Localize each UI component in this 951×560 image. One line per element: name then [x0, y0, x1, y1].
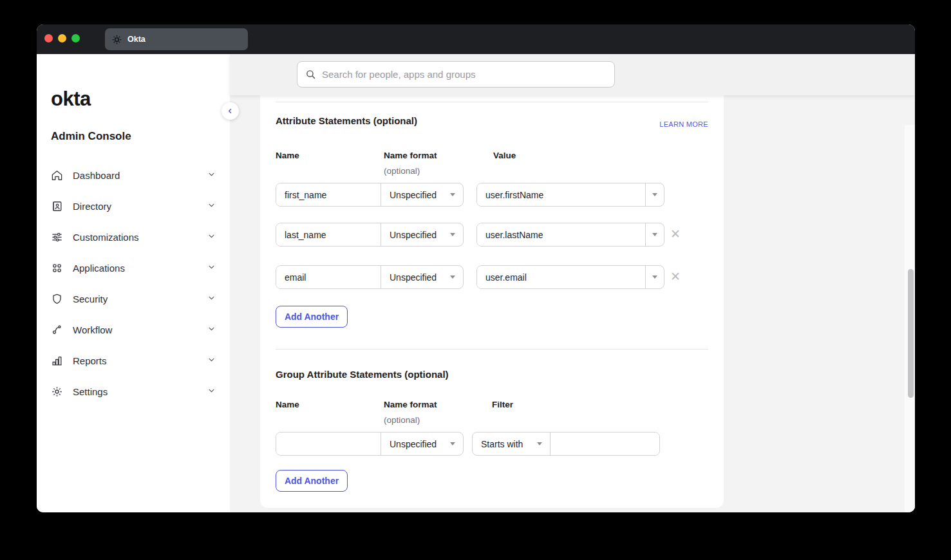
browser-titlebar: Okta: [37, 24, 915, 54]
browser-window: Okta okta Admin Console Dashboard Direct…: [37, 24, 915, 512]
filter-type-value: Starts with: [481, 439, 523, 449]
global-search: [297, 61, 615, 88]
value-expression-dropdown[interactable]: [645, 183, 664, 206]
remove-row-button[interactable]: ✕: [668, 270, 683, 284]
directory-icon: [51, 200, 63, 212]
name-format-value: Unspecified: [390, 439, 437, 449]
value-group: [476, 265, 664, 289]
name-format-value: Unspecified: [390, 190, 437, 200]
column-header-name: Name: [276, 151, 299, 160]
sidebar-item-label: Settings: [73, 386, 207, 397]
attribute-name-input[interactable]: [276, 183, 381, 206]
sidebar-item-reports[interactable]: Reports: [37, 345, 230, 376]
gear-icon: [51, 386, 63, 398]
attribute-statements-title: Attribute Statements (optional): [276, 115, 417, 126]
home-icon: [51, 169, 63, 182]
dropdown-arrow-icon: [450, 275, 455, 279]
name-format-select[interactable]: Unspecified: [381, 266, 463, 288]
value-expression-dropdown[interactable]: [645, 223, 664, 246]
name-and-format-group: Unspecified: [276, 223, 464, 247]
sidebar-item-label: Workflow: [73, 324, 207, 335]
sidebar-item-label: Dashboard: [73, 170, 207, 181]
sidebar-item-applications[interactable]: Applications: [37, 252, 230, 283]
sliders-icon: [51, 231, 63, 243]
name-format-select[interactable]: Unspecified: [381, 433, 463, 455]
attribute-value-input[interactable]: [477, 223, 645, 246]
filter-group: Starts with: [472, 432, 660, 456]
name-format-value: Unspecified: [390, 230, 437, 240]
shield-icon: [51, 293, 63, 305]
sidebar-item-directory[interactable]: Directory: [37, 191, 230, 221]
sidebar-item-settings[interactable]: Settings: [37, 376, 230, 407]
name-and-format-group: Unspecified: [276, 432, 464, 456]
search-icon: [305, 69, 316, 80]
dropdown-arrow-icon: [450, 442, 455, 445]
close-window-button[interactable]: [44, 34, 53, 42]
name-format-select[interactable]: Unspecified: [381, 223, 463, 246]
section-divider: [276, 349, 708, 350]
filter-type-select[interactable]: Starts with: [473, 433, 550, 455]
okta-favicon-sunburst-icon: [112, 35, 122, 44]
name-format-select[interactable]: Unspecified: [381, 183, 463, 206]
remove-row-button[interactable]: ✕: [668, 227, 683, 241]
learn-more-link[interactable]: LEARN MORE: [659, 120, 708, 128]
attribute-value-input[interactable]: [477, 183, 645, 206]
sidebar-item-label: Directory: [73, 201, 207, 212]
column-note-optional: (optional): [384, 415, 420, 425]
attribute-value-input[interactable]: [477, 266, 645, 288]
value-group: [476, 223, 664, 247]
sidebar-item-dashboard[interactable]: Dashboard: [37, 160, 230, 191]
settings-card: Attribute Statements (optional) LEARN MO…: [260, 95, 724, 508]
chevron-down-icon: [207, 200, 216, 212]
dropdown-arrow-icon: [450, 233, 455, 236]
top-header-bar: [230, 54, 915, 95]
filter-value-input[interactable]: [550, 433, 659, 455]
browser-tab-okta[interactable]: Okta: [105, 28, 248, 50]
scrollbar-thumb[interactable]: [908, 269, 914, 398]
chevron-down-icon: [207, 293, 216, 304]
name-and-format-group: Unspecified: [276, 265, 464, 289]
chevron-down-icon: [207, 169, 216, 181]
value-group: [476, 183, 664, 207]
workflow-icon: [51, 324, 63, 336]
sidebar-item-customizations[interactable]: Customizations: [37, 221, 230, 252]
sidebar-item-label: Customizations: [73, 232, 207, 243]
group-name-input[interactable]: [276, 433, 381, 455]
chevron-down-icon: [207, 262, 216, 274]
sidebar-collapse-button[interactable]: [221, 102, 239, 120]
name-and-format-group: Unspecified: [276, 183, 464, 207]
sidebar-item-security[interactable]: Security: [37, 283, 230, 314]
maximize-window-button[interactable]: [71, 34, 80, 42]
dropdown-arrow-icon: [652, 275, 657, 279]
chevron-down-icon: [207, 231, 216, 243]
sidebar-item-workflow[interactable]: Workflow: [37, 314, 230, 345]
chevron-down-icon: [207, 355, 216, 366]
dropdown-arrow-icon: [450, 193, 455, 196]
column-header-filter: Filter: [492, 400, 513, 409]
name-format-value: Unspecified: [390, 272, 437, 283]
attribute-name-input[interactable]: [276, 223, 381, 246]
group-attribute-statements-title: Group Attribute Statements (optional): [276, 369, 449, 380]
sidebar-item-label: Reports: [73, 355, 207, 366]
minimize-window-button[interactable]: [58, 34, 66, 42]
search-input[interactable]: [322, 69, 607, 80]
admin-console-title: Admin Console: [51, 130, 131, 143]
section-divider: [276, 102, 708, 102]
apps-grid-icon: [51, 262, 63, 274]
sidebar: okta Admin Console Dashboard Directory: [37, 54, 230, 512]
attribute-name-input[interactable]: [276, 266, 381, 288]
add-another-attribute-button[interactable]: Add Another: [276, 306, 348, 328]
tab-title: Okta: [127, 35, 146, 44]
dropdown-arrow-icon: [537, 442, 542, 445]
add-another-group-attribute-button[interactable]: Add Another: [276, 470, 348, 492]
chevron-left-icon: [227, 107, 234, 115]
value-expression-dropdown[interactable]: [645, 266, 664, 288]
sidebar-item-label: Security: [73, 294, 207, 304]
dropdown-arrow-icon: [652, 233, 657, 236]
column-header-value: Value: [493, 151, 516, 160]
column-note-optional: (optional): [384, 166, 420, 176]
column-header-name-format: Name format: [384, 400, 437, 409]
bar-chart-icon: [51, 355, 63, 367]
dropdown-arrow-icon: [652, 193, 657, 196]
chevron-down-icon: [207, 386, 216, 397]
